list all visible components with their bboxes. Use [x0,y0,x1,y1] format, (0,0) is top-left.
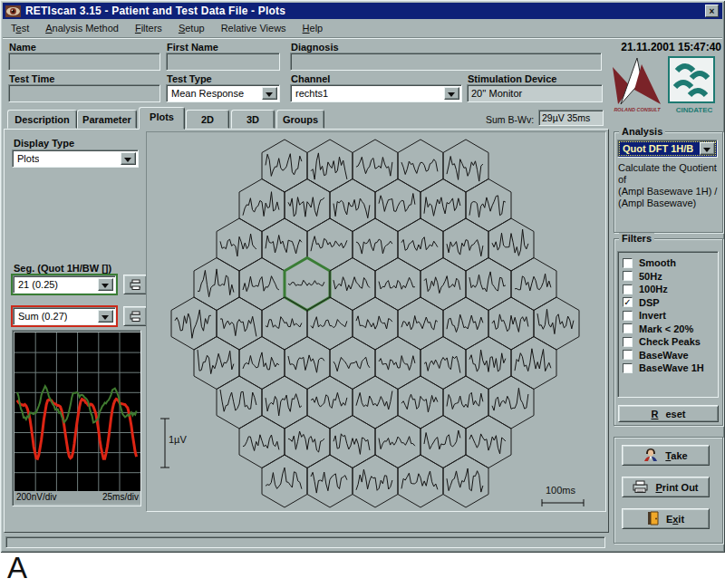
hex-segment-54[interactable] [375,416,420,468]
seg-select-1[interactable]: 21 (0.25) [13,275,116,294]
hex-segment-41[interactable] [420,337,466,390]
hex-segment-26[interactable] [511,258,556,311]
hex-segment-28[interactable] [217,297,262,350]
test-time-input[interactable] [8,84,160,102]
hex-segment-11[interactable] [466,179,511,232]
hex-segment-32[interactable] [398,297,443,350]
menu-item-help[interactable]: Help [295,19,332,37]
hex-segment-27[interactable] [171,297,217,350]
checkbox-unchecked[interactable] [623,337,633,347]
hex-segment-31[interactable] [353,297,398,350]
hex-segment-20[interactable] [239,258,285,311]
hex-segment-56[interactable] [466,416,511,468]
hex-segment-60[interactable] [398,455,443,507]
hex-segment-2[interactable] [307,140,353,192]
hex-segment-58[interactable] [307,455,353,507]
chevron-down-icon[interactable] [700,142,715,155]
hex-segment-3[interactable] [353,140,398,192]
checkbox-unchecked[interactable] [623,323,633,333]
hex-segment-35[interactable] [534,297,579,350]
hex-segment-12[interactable] [217,218,262,271]
hex-segment-38[interactable] [285,337,330,390]
hex-segment-53[interactable] [330,416,375,468]
chevron-down-icon[interactable] [444,87,459,100]
hex-segment-15[interactable] [353,218,398,271]
print-sum-button[interactable] [123,306,147,326]
tab-parameter[interactable]: Parameter [77,110,137,129]
hex-segment-9[interactable] [375,179,420,232]
menu-item-filters[interactable]: Filters [127,19,170,37]
hex-segment-25[interactable] [466,258,511,311]
hex-segment-19[interactable] [194,258,239,311]
test-type-select[interactable]: Mean Response [166,84,280,102]
hex-segment-17[interactable] [443,218,488,271]
hex-segment-22[interactable] [330,258,375,311]
hex-segment-55[interactable] [420,416,466,468]
checkbox-unchecked[interactable] [623,363,633,373]
hex-segment-6[interactable] [239,179,285,232]
hex-segment-52[interactable] [285,416,330,468]
hex-segment-16[interactable] [398,218,443,271]
checkbox-unchecked[interactable] [623,350,633,360]
hex-segment-21[interactable] [285,258,330,311]
print-segment-button[interactable] [123,275,147,294]
menu-item-test[interactable]: Test [3,19,37,37]
first-name-input[interactable] [166,53,280,71]
hex-segment-48[interactable] [398,376,443,429]
hex-segment-36[interactable] [194,337,239,390]
take-button[interactable]: Take [622,445,710,466]
hex-segment-4[interactable] [398,140,443,192]
chevron-down-icon[interactable] [98,310,113,323]
hex-segment-49[interactable] [443,376,488,429]
channel-select[interactable]: rechts1 [290,84,462,102]
hex-segment-50[interactable] [488,376,534,429]
hex-segment-8[interactable] [330,179,375,232]
hex-segment-57[interactable] [262,455,307,507]
hex-segment-40[interactable] [375,337,420,390]
hex-segment-24[interactable] [420,258,466,311]
hex-segment-43[interactable] [511,337,556,390]
hex-segment-46[interactable] [307,376,353,429]
tab-3d[interactable]: 3D [231,110,275,129]
close-button[interactable]: × [705,5,719,17]
chevron-down-icon[interactable] [98,278,113,291]
checkbox-checked[interactable]: ✓ [623,297,633,307]
hex-segment-1[interactable] [262,140,307,192]
menu-item-relative-views[interactable]: Relative Views [213,19,295,37]
checkbox-unchecked[interactable] [623,311,633,321]
chevron-down-icon[interactable] [262,87,277,100]
exit-button[interactable]: Exit [622,508,710,529]
hex-segment-10[interactable] [420,179,466,232]
hex-segment-45[interactable] [262,376,307,429]
tab-plots[interactable]: Plots [139,107,185,130]
hex-segment-5[interactable] [443,140,488,192]
chevron-down-icon[interactable] [121,152,136,165]
hex-segment-34[interactable] [488,297,534,350]
display-type-select[interactable]: Plots [12,149,139,168]
hex-segment-61[interactable] [443,455,488,507]
checkbox-unchecked[interactable] [623,271,633,281]
hex-segment-23[interactable] [375,258,420,311]
print-out-button[interactable]: Print Out [622,477,710,497]
hex-segment-7[interactable] [285,179,330,232]
name-input[interactable] [8,53,160,71]
hex-segment-59[interactable] [353,455,398,507]
reset-button[interactable]: Reset [618,405,719,422]
checkbox-unchecked[interactable] [623,258,633,268]
hex-segment-44[interactable] [217,376,262,429]
hex-segment-42[interactable] [466,337,511,390]
checkbox-unchecked[interactable] [623,284,633,294]
menu-item-analysis-method[interactable]: Analysis Method [37,19,127,37]
menu-item-setup[interactable]: Setup [170,19,213,37]
title-bar[interactable]: RETIscan 3.15 - Patient and Test Data Fi… [3,3,722,19]
hex-segment-51[interactable] [239,416,285,468]
tab-2d[interactable]: 2D [186,110,229,129]
hex-segment-47[interactable] [353,376,398,429]
hex-segment-33[interactable] [443,297,488,350]
hex-segment-18[interactable] [488,218,534,271]
hex-segment-39[interactable] [330,337,375,390]
analysis-method-select[interactable]: Quot DFT 1H/B [617,140,718,158]
diagnosis-input[interactable] [290,53,602,71]
hex-segment-37[interactable] [239,337,285,390]
tab-groups[interactable]: Groups [276,110,324,129]
